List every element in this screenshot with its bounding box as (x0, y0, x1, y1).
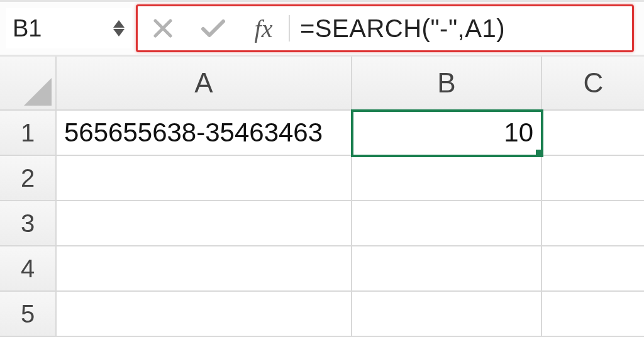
chevron-up-icon (113, 20, 125, 28)
name-box[interactable]: B1 (6, 8, 132, 48)
cell-b3[interactable] (352, 201, 542, 246)
cell-a1[interactable]: 565655638-35463463 (57, 111, 352, 156)
cancel-formula-button[interactable] (138, 6, 188, 50)
name-box-stepper[interactable] (113, 20, 127, 36)
row-head-3[interactable]: 3 (0, 201, 57, 246)
row-head-5[interactable]: 5 (0, 292, 57, 337)
col-head-a[interactable]: A (57, 57, 352, 111)
cell-c2[interactable] (542, 156, 644, 201)
col-head-c[interactable]: C (542, 57, 644, 111)
row-head-1[interactable]: 1 (0, 111, 57, 156)
cell-b1[interactable]: 10 (352, 111, 542, 156)
cell-a3[interactable] (57, 201, 352, 246)
formula-bar: B1 fx =SEARCH("-",A1) (0, 0, 644, 57)
cell-c4[interactable] (542, 246, 644, 292)
chevron-down-icon (113, 29, 125, 36)
row-head-4[interactable]: 4 (0, 246, 57, 292)
check-icon (201, 18, 226, 39)
cell-a2[interactable] (57, 156, 352, 201)
cell-b2[interactable] (352, 156, 542, 201)
close-icon (152, 18, 174, 39)
svg-marker-0 (113, 20, 125, 28)
name-box-value: B1 (13, 15, 42, 42)
cell-a5[interactable] (57, 292, 352, 337)
select-all-corner[interactable] (0, 57, 57, 111)
svg-marker-1 (113, 29, 125, 36)
formula-input[interactable]: =SEARCH("-",A1) (290, 6, 632, 50)
cell-c3[interactable] (542, 201, 644, 246)
cell-a4[interactable] (57, 246, 352, 292)
accept-formula-button[interactable] (188, 6, 238, 50)
fx-label[interactable]: fx (238, 6, 289, 50)
cell-c1[interactable] (542, 111, 644, 156)
cell-c5[interactable] (542, 292, 644, 337)
cell-b5[interactable] (352, 292, 542, 337)
formula-area-highlight: fx =SEARCH("-",A1) (136, 4, 634, 52)
col-head-b[interactable]: B (352, 57, 542, 111)
spreadsheet-grid: A B C 1 565655638-35463463 10 2 3 4 5 (0, 57, 644, 337)
cell-b4[interactable] (352, 246, 542, 292)
row-head-2[interactable]: 2 (0, 156, 57, 201)
